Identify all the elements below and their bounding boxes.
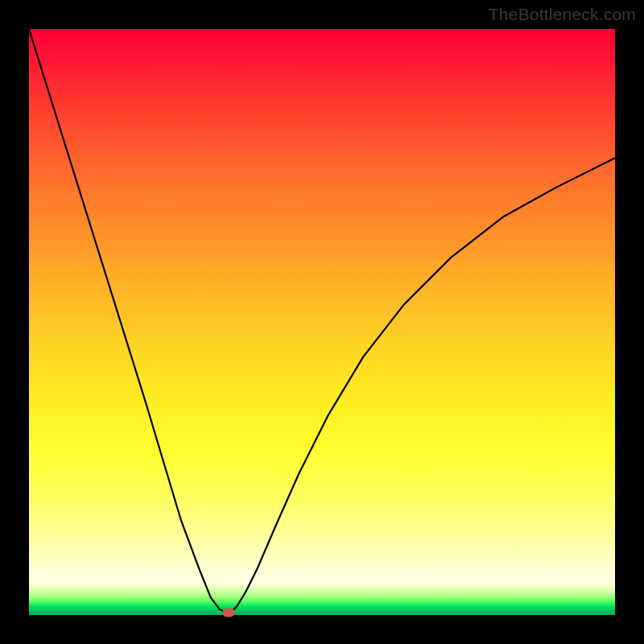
plot-area: [29, 29, 615, 615]
curve-path: [29, 29, 615, 612]
bottleneck-curve: [29, 29, 615, 615]
chart-frame: TheBottleneck.com: [0, 0, 644, 644]
watermark-text: TheBottleneck.com: [489, 5, 636, 24]
optimum-point-marker: [222, 609, 234, 617]
